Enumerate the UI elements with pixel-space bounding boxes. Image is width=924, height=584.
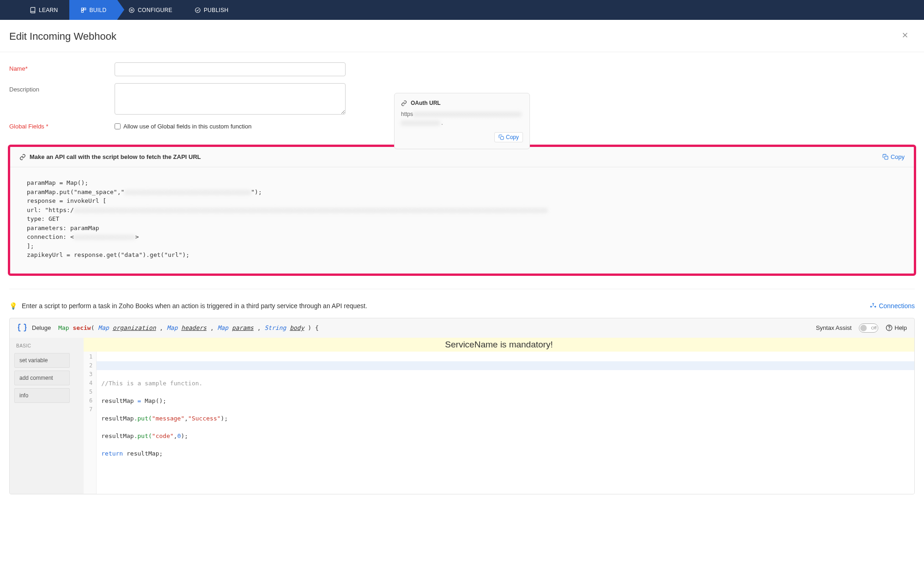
code-editor: Deluge Map seciw( Map organization , Map… bbox=[9, 318, 915, 494]
code-line: //This is a sample function. bbox=[101, 379, 910, 388]
editor-sidebar: BASIC set variable add comment info bbox=[10, 338, 84, 494]
link-icon bbox=[401, 100, 407, 106]
nav-label: CONFIGURE bbox=[138, 7, 172, 13]
svg-rect-0 bbox=[81, 8, 83, 10]
global-fields-checkbox-label: Allow use of Global fields in this custo… bbox=[123, 123, 251, 130]
code-lines[interactable]: 1234567 //This is a sample function. res… bbox=[84, 352, 914, 494]
page-header: Edit Incoming Webhook bbox=[0, 20, 924, 52]
nav-tab-learn[interactable]: LEARN bbox=[18, 0, 69, 20]
book-icon bbox=[30, 7, 36, 13]
copy-label: Copy bbox=[506, 134, 519, 140]
description-label: Description bbox=[9, 83, 115, 116]
cmd-add-comment[interactable]: add comment bbox=[14, 371, 70, 385]
name-label: Name* bbox=[9, 62, 115, 76]
cmd-info[interactable]: info bbox=[14, 388, 70, 403]
code-line: resultMap.put("message","Success"); bbox=[101, 414, 910, 423]
sidebar-category: BASIC bbox=[14, 343, 79, 348]
hint-text: Enter a script to perform a task in Zoho… bbox=[22, 302, 367, 310]
name-input[interactable] bbox=[115, 62, 346, 76]
divider bbox=[9, 289, 915, 289]
connections-label: Connections bbox=[879, 302, 915, 310]
page-title: Edit Incoming Webhook bbox=[9, 30, 116, 43]
bulb-icon: 💡 bbox=[9, 302, 17, 310]
warning-banner: ServiceName is mandatory! bbox=[84, 338, 914, 352]
syntax-assist-label: Syntax Assist bbox=[816, 324, 851, 331]
svg-rect-9 bbox=[885, 156, 888, 159]
line-gutter: 1234567 bbox=[84, 352, 97, 494]
global-fields-label: Global Fields * bbox=[9, 123, 115, 130]
code-line: return resultMap; bbox=[101, 449, 910, 458]
build-icon bbox=[80, 7, 87, 13]
svg-rect-1 bbox=[84, 8, 85, 10]
help-label: Help bbox=[894, 324, 907, 331]
nav-label: PUBLISH bbox=[204, 7, 228, 13]
nav-tab-publish[interactable]: PUBLISH bbox=[183, 0, 239, 20]
svg-rect-8 bbox=[500, 137, 504, 140]
nav-tab-build[interactable]: BUILD bbox=[69, 0, 118, 20]
oauth-title: OAuth URL bbox=[411, 100, 441, 106]
function-signature: Map seciw( Map organization , Map header… bbox=[58, 324, 319, 331]
oauth-url-text: httpsxxxxxxxxxxxxxxxxxxxxxxxxxxxxxxxxxxx… bbox=[401, 110, 523, 128]
code-line bbox=[97, 361, 914, 370]
code-line bbox=[101, 467, 910, 475]
connections-link[interactable]: Connections bbox=[870, 302, 915, 310]
gear-icon bbox=[128, 7, 135, 13]
oauth-copy-button[interactable]: Copy bbox=[494, 132, 523, 142]
api-card-title: Make an API call with the script below t… bbox=[30, 153, 201, 160]
deluge-icon bbox=[17, 323, 27, 333]
link-icon bbox=[19, 154, 26, 160]
nav-label: LEARN bbox=[39, 7, 58, 13]
api-script-card: Make an API call with the script below t… bbox=[8, 145, 916, 276]
svg-point-5 bbox=[195, 7, 201, 12]
language-label: Deluge bbox=[17, 323, 51, 333]
svg-point-3 bbox=[131, 9, 133, 11]
top-nav: LEARN BUILD CONFIGURE PUBLISH bbox=[0, 0, 924, 20]
svg-rect-2 bbox=[81, 10, 83, 12]
description-input[interactable] bbox=[115, 83, 346, 115]
cmd-set-variable[interactable]: set variable bbox=[14, 353, 70, 368]
copy-label: Copy bbox=[891, 153, 905, 160]
api-copy-button[interactable]: Copy bbox=[882, 153, 905, 160]
syntax-assist-toggle[interactable]: Off bbox=[859, 323, 878, 333]
api-code-block: paramMap = Map(); paramMap.put("name_spa… bbox=[10, 167, 914, 274]
oauth-url-box: OAuth URL httpsxxxxxxxxxxxxxxxxxxxxxxxxx… bbox=[394, 93, 530, 149]
code-line: resultMap.put("code",0); bbox=[101, 432, 910, 440]
global-fields-checkbox[interactable] bbox=[115, 123, 121, 129]
check-icon bbox=[195, 7, 201, 13]
svg-point-11 bbox=[889, 329, 889, 329]
nav-tab-configure[interactable]: CONFIGURE bbox=[117, 0, 183, 20]
code-line: resultMap = Map(); bbox=[101, 396, 910, 405]
nav-label: BUILD bbox=[90, 7, 107, 13]
svg-point-4 bbox=[129, 7, 134, 12]
close-button[interactable] bbox=[899, 29, 911, 43]
help-link[interactable]: Help bbox=[886, 324, 907, 331]
